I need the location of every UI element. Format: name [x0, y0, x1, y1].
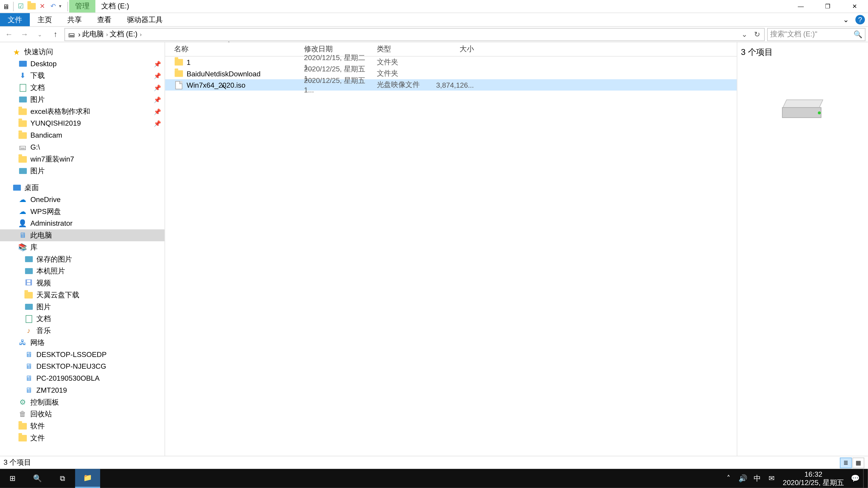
- qat-new-folder-icon[interactable]: [27, 2, 36, 11]
- column-headers: ˄ 名称 修改日期 类型 大小: [165, 42, 737, 57]
- tray-ime-icon[interactable]: 中: [751, 469, 764, 488]
- nav-item[interactable]: 本机照片: [0, 265, 164, 277]
- tray-mail-icon[interactable]: ✉: [765, 469, 778, 488]
- nav-item[interactable]: 🖧网络: [0, 337, 164, 349]
- nav-item[interactable]: 保存的图片: [0, 253, 164, 265]
- action-center-icon[interactable]: 💬: [849, 469, 862, 488]
- folder-icon: [174, 57, 184, 67]
- nav-item[interactable]: 🖴G:\: [0, 141, 164, 153]
- nav-item[interactable]: 🖥PC-20190530OBLA: [0, 372, 164, 384]
- up-button[interactable]: ↑: [49, 28, 62, 41]
- nav-item[interactable]: 🖥DESKTOP-LSSOEDP: [0, 349, 164, 361]
- refresh-icon[interactable]: ↻: [752, 30, 762, 38]
- crumb-current[interactable]: 文档 (E:): [110, 29, 137, 39]
- nav-item[interactable]: ☁WPS网盘: [0, 205, 164, 218]
- view-details-button[interactable]: ≣: [840, 457, 852, 468]
- taskbar-search-button[interactable]: 🔍: [25, 469, 50, 488]
- maximize-button[interactable]: ❐: [814, 0, 841, 12]
- nav-item[interactable]: 图片: [0, 165, 164, 177]
- nav-item[interactable]: ⬇下载📌: [0, 70, 164, 82]
- nav-item[interactable]: 📚库: [0, 241, 164, 253]
- taskbar-clock[interactable]: 16:32 2020/12/25, 星期五: [779, 470, 848, 487]
- qat-properties-icon[interactable]: ☑: [16, 2, 26, 11]
- nav-item[interactable]: excel表格制作求和📌: [0, 105, 164, 118]
- nav-item[interactable]: YUNQISHI2019📌: [0, 117, 164, 129]
- nav-item-label: 图片: [36, 302, 51, 312]
- nav-item[interactable]: 软件: [0, 420, 164, 432]
- doc-icon: [18, 83, 27, 92]
- nav-item[interactable]: 图片: [0, 301, 164, 313]
- taskbar-explorer-button[interactable]: 📁: [75, 469, 100, 488]
- crumb-arrow-icon[interactable]: ›: [140, 31, 142, 37]
- nav-item[interactable]: 🖥此电脑: [0, 229, 164, 241]
- nav-item[interactable]: 🗑回收站: [0, 408, 164, 420]
- breadcrumb-bar[interactable]: 🖴 › 此电脑› 文档 (E:)› ⌄ ↻: [64, 28, 765, 41]
- recent-locations-button[interactable]: ⌄: [33, 28, 46, 41]
- tray-volume-icon[interactable]: 🔊: [736, 469, 749, 488]
- nav-item[interactable]: 文件: [0, 432, 164, 444]
- nav-item[interactable]: Desktop📌: [0, 58, 164, 70]
- close-button[interactable]: ✕: [841, 0, 868, 12]
- minimize-button[interactable]: —: [787, 0, 814, 12]
- ribbon-tab-file[interactable]: 文件: [0, 13, 30, 26]
- ribbon-expand-icon[interactable]: ⌄: [841, 15, 850, 24]
- task-view-button[interactable]: ⧉: [50, 469, 75, 488]
- file-row[interactable]: Win7x64_2020.iso2020/12/25, 星期五 1...光盘映像…: [165, 79, 737, 91]
- folder-icon: [174, 69, 184, 78]
- nav-item[interactable]: Bandicam: [0, 129, 164, 141]
- nav-item[interactable]: 桌面: [0, 182, 164, 194]
- nav-item[interactable]: 🖥DESKTOP-NJEU3CG: [0, 360, 164, 372]
- img-icon: [24, 266, 33, 276]
- search-icon[interactable]: 🔍: [854, 30, 863, 38]
- qat-undo-icon[interactable]: ↶: [49, 2, 58, 11]
- contextual-tab-manage[interactable]: 管理: [69, 0, 95, 12]
- tray-overflow-icon[interactable]: ˄: [722, 469, 735, 488]
- nav-item-label: excel表格制作求和: [30, 106, 90, 117]
- nav-item[interactable]: 文档📌: [0, 82, 164, 94]
- clock-time: 16:32: [783, 470, 844, 479]
- file-row[interactable]: 12020/12/15, 星期二 1...文件夹: [165, 57, 737, 68]
- view-icons-button[interactable]: ▦: [852, 457, 864, 468]
- nav-item[interactable]: win7重装win7: [0, 153, 164, 165]
- user-icon: 👤: [18, 219, 27, 228]
- search-input[interactable]: 搜索"文档 (E:)" 🔍: [767, 28, 866, 41]
- nav-item[interactable]: ★快速访问: [0, 46, 164, 58]
- show-desktop-button[interactable]: [863, 469, 867, 488]
- qat-delete-icon[interactable]: ✕: [37, 2, 47, 11]
- nav-item-label: YUNQISHI2019: [30, 119, 81, 127]
- column-date[interactable]: 修改日期: [304, 44, 377, 54]
- net-icon: 🖧: [18, 338, 27, 347]
- crumb-arrow-icon[interactable]: ›: [78, 30, 81, 38]
- nav-item[interactable]: 文档: [0, 313, 164, 325]
- qat-customize-icon[interactable]: ▾: [59, 4, 65, 9]
- start-button[interactable]: ⊞: [0, 469, 25, 488]
- file-type: 文件夹: [377, 68, 436, 78]
- nav-item-label: 文件: [30, 433, 44, 443]
- nav-item-label: Administrator: [30, 219, 72, 228]
- rec-icon: 🗑: [18, 410, 27, 419]
- crumb-arrow-icon[interactable]: ›: [106, 31, 108, 37]
- file-row[interactable]: BaiduNetdiskDownload2020/12/25, 星期五 1...…: [165, 68, 737, 79]
- nav-item[interactable]: 图片📌: [0, 94, 164, 105]
- nav-item[interactable]: ⚙控制面板: [0, 396, 164, 408]
- ribbon-tab-drive-tools[interactable]: 驱动器工具: [119, 13, 170, 26]
- nav-item[interactable]: 🎞视频: [0, 277, 164, 289]
- nav-item-label: OneDrive: [30, 195, 61, 204]
- navigation-pane[interactable]: ★快速访问Desktop📌⬇下载📌文档📌图片📌excel表格制作求和📌YUNQI…: [0, 42, 165, 456]
- help-icon[interactable]: ?: [855, 15, 865, 24]
- nav-item[interactable]: 👤Administrator: [0, 218, 164, 230]
- column-size[interactable]: 大小: [436, 44, 474, 54]
- ribbon-tab-home[interactable]: 主页: [30, 13, 60, 26]
- address-dropdown-icon[interactable]: ⌄: [739, 30, 750, 38]
- nav-item[interactable]: ♪音乐: [0, 325, 164, 337]
- ribbon-tab-view[interactable]: 查看: [90, 13, 119, 26]
- preview-title: 3 个项目: [741, 47, 773, 58]
- crumb-this-pc[interactable]: 此电脑: [82, 29, 104, 39]
- back-button[interactable]: ←: [2, 28, 16, 41]
- ribbon-tab-share[interactable]: 共享: [60, 13, 90, 26]
- nav-item[interactable]: 🖥ZMT2019: [0, 384, 164, 396]
- nav-item[interactable]: ☁OneDrive: [0, 194, 164, 205]
- column-type[interactable]: 类型: [377, 44, 436, 54]
- nav-item[interactable]: 天翼云盘下载: [0, 289, 164, 301]
- column-name[interactable]: 名称: [174, 44, 304, 54]
